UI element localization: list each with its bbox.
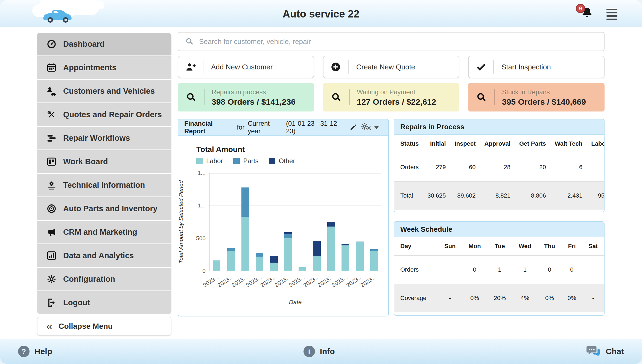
search-icon <box>331 92 342 103</box>
sidebar-item-label: Data and Analytics <box>63 251 134 260</box>
row-label: Coverage <box>394 284 438 312</box>
status-card-waiting-on-payment[interactable]: Waiting on Payment127 Orders / $22,612 <box>323 83 459 111</box>
technical-icon <box>45 180 58 190</box>
financial-report-title: Financial Report <box>184 120 234 135</box>
cell: 8,806 <box>515 181 550 210</box>
card-divider <box>494 89 495 105</box>
sidebar-item-configuration[interactable]: Configuration <box>37 268 171 290</box>
app-title: Auto service 22 <box>283 8 360 20</box>
action-label: Start Inspection <box>501 63 551 71</box>
bar-segment-other <box>356 242 364 242</box>
sidebar-item-repair-workflows[interactable]: Repair Workflows <box>37 127 171 149</box>
sidebar-item-label: Customers and Vehicles <box>63 87 155 96</box>
chart-settings-button[interactable] <box>360 122 379 133</box>
sidebar-item-dashboard[interactable]: Dashboard <box>37 33 171 55</box>
legend-label: Labor <box>206 157 223 165</box>
chat-button[interactable]: Chat <box>586 345 624 358</box>
financial-report-for: for <box>237 124 244 131</box>
search-bar <box>178 32 605 51</box>
card-text: Stuck in Repairs395 Orders / $140,669 <box>502 88 586 107</box>
cell: 950 <box>587 181 605 210</box>
bell-icon <box>581 15 593 20</box>
menu-button[interactable] <box>606 7 617 20</box>
gears-icon <box>360 122 372 133</box>
sidebar-item-crm-and-marketing[interactable]: CRM and Marketing <box>37 221 171 243</box>
sidebar-item-customers-and-vehicles[interactable]: Customers and Vehicles <box>37 80 171 102</box>
help-button[interactable]: ? Help <box>18 346 52 357</box>
info-button[interactable]: i Info <box>304 346 335 357</box>
start-inspection-button[interactable]: Start Inspection <box>468 56 605 78</box>
notification-badge: 9 <box>576 4 585 13</box>
sidebar: DashboardAppointmentsCustomers and Vehic… <box>37 33 171 336</box>
sidebar-item-label: Logout <box>63 298 90 307</box>
collapse-chevrons-icon: « <box>46 322 52 331</box>
create-new-quote-button[interactable]: Create New Quote <box>323 56 459 78</box>
board-icon <box>45 157 58 167</box>
legend-label: Other <box>279 157 295 165</box>
search-input[interactable] <box>199 37 597 46</box>
repairs-in-process-panel: Repairs in Process StatusInitialInspectA… <box>394 119 605 212</box>
y-axis-tick: 1... <box>198 202 206 209</box>
bar-segment-labor <box>270 263 278 271</box>
bar-segment-labor <box>327 227 335 271</box>
sidebar-item-auto-parts-and-inventory[interactable]: Auto Parts and Inventory <box>37 197 171 220</box>
cell: 28 <box>480 153 515 181</box>
notifications-button[interactable]: 9 <box>581 7 594 20</box>
action-icon-wrap <box>178 60 203 74</box>
bar-segment-parts <box>284 234 292 238</box>
sidebar-item-quotes-and-repair-orders[interactable]: Quotes and Repair Orders <box>37 103 171 126</box>
sidebar-item-appointments[interactable]: Appointments <box>37 56 171 79</box>
sidebar-item-label: CRM and Marketing <box>63 228 137 237</box>
tools-icon <box>45 110 58 120</box>
repairs-table: StatusInitialInspectApprovalGet PartsWai… <box>394 135 605 210</box>
cell: 6 <box>550 153 587 181</box>
footer: ? Help i Info Chat <box>0 339 642 364</box>
bar-segment-parts <box>227 248 235 251</box>
table-row: Total30,62589,6028,8218,8062,431950- <box>394 181 605 210</box>
cell: 5 <box>587 153 605 181</box>
logout-icon <box>45 298 58 308</box>
add-new-customer-button[interactable]: Add New Customer <box>178 56 314 78</box>
legend-label: Parts <box>243 157 258 165</box>
column-header: Wait Tech <box>550 135 587 153</box>
legend-swatch <box>269 158 275 164</box>
bar-segment-other <box>313 241 321 256</box>
card-text: Waiting on Payment127 Orders / $22,612 <box>357 88 436 107</box>
chat-label: Chat <box>606 347 624 356</box>
sidebar-item-label: Dashboard <box>63 40 104 49</box>
sidebar-item-label: Repair Workflows <box>63 134 130 143</box>
plus-circle-icon <box>330 61 341 72</box>
sidebar-item-technical-information[interactable]: Technical Information <box>37 174 171 196</box>
table-row: Orders-01100- <box>394 256 604 284</box>
row-label: Total <box>394 181 423 210</box>
financial-report-period[interactable]: Current year <box>248 120 283 135</box>
bar-segment-labor <box>284 238 292 271</box>
bar-segment-labor <box>299 267 306 271</box>
column-header: Day <box>394 237 438 256</box>
status-card-stuck-in-repairs[interactable]: Stuck in Repairs395 Orders / $140,669 <box>468 83 605 111</box>
sidebar-item-label: Work Board <box>63 157 108 166</box>
cell: 8,821 <box>480 181 515 210</box>
column-header: Labor <box>587 135 605 153</box>
action-label: Create New Quote <box>356 63 415 71</box>
week-schedule-panel: Week Schedule DaySunMonTueWedThuFriSat O… <box>394 221 605 316</box>
quick-actions: Add New CustomerCreate New QuoteStart In… <box>178 56 605 78</box>
sidebar-item-label: Appointments <box>63 63 116 72</box>
sidebar-item-logout[interactable]: Logout <box>37 291 171 314</box>
card-value: 395 Orders / $140,669 <box>502 97 586 107</box>
gauge-icon <box>45 39 58 49</box>
search-icon <box>185 92 197 103</box>
collapse-menu-button[interactable]: « Collapse Menu <box>37 317 171 336</box>
column-header: Tue <box>487 237 512 256</box>
pencil-icon[interactable] <box>349 124 357 131</box>
status-card-repairs-in-process[interactable]: Repairs in process398 Orders / $141,236 <box>178 83 314 111</box>
cell: 0 <box>561 256 582 284</box>
cell: 0 <box>462 256 487 284</box>
chart-legend: LaborPartsOther <box>196 157 388 165</box>
card-title: Stuck in Repairs <box>502 88 586 96</box>
sidebar-item-work-board[interactable]: Work Board <box>37 150 171 173</box>
sidebar-item-data-and-analytics[interactable]: Data and Analytics <box>37 244 171 267</box>
cell: 0% <box>462 284 487 312</box>
financial-report-header: Financial Report for Current year (01-01… <box>178 119 388 136</box>
app-logo-car-icon <box>41 6 75 24</box>
